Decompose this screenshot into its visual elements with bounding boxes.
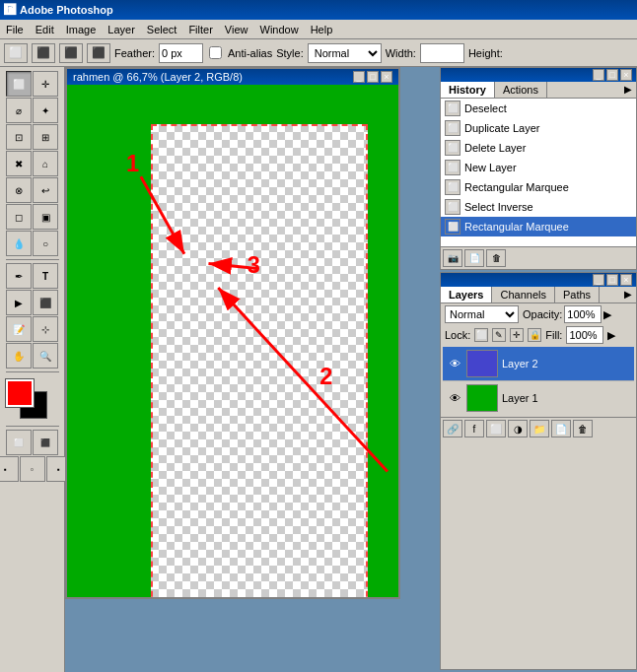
history-close[interactable]: × bbox=[620, 69, 632, 81]
dodge-tool[interactable]: ○ bbox=[33, 231, 58, 256]
menu-help[interactable]: Help bbox=[305, 22, 339, 37]
layers-close[interactable]: × bbox=[620, 274, 632, 286]
lock-all-icon[interactable]: 🔒 bbox=[528, 328, 541, 342]
menu-file[interactable]: File bbox=[0, 22, 30, 37]
history-item-rect2[interactable]: ⬜ Rectangular Marquee bbox=[441, 217, 636, 236]
marquee-shape-btn2[interactable]: ⬛ bbox=[32, 43, 55, 63]
history-item-delete[interactable]: ⬜ Delete Layer bbox=[441, 138, 636, 158]
layer-trash-btn[interactable]: 🗑 bbox=[573, 420, 593, 437]
width-input[interactable] bbox=[420, 43, 464, 63]
menu-filter[interactable]: Filter bbox=[182, 22, 218, 37]
marquee-shape-btn[interactable]: ⬜ bbox=[4, 43, 28, 63]
history-maximize[interactable]: □ bbox=[606, 69, 618, 81]
opacity-arrow[interactable]: ▶ bbox=[603, 308, 611, 321]
foreground-color[interactable] bbox=[6, 379, 34, 407]
blur-tool[interactable]: 💧 bbox=[6, 231, 32, 256]
menu-window[interactable]: Window bbox=[254, 22, 305, 37]
notes-tool[interactable]: 📝 bbox=[6, 316, 32, 342]
history-icon-2: ⬜ bbox=[445, 120, 460, 136]
layers-panel: _ □ × Layers Channels Paths ▶ Normal Mul… bbox=[440, 272, 637, 670]
layers-panel-tabs: Layers Channels Paths ▶ bbox=[441, 287, 636, 303]
blend-mode-select[interactable]: Normal Multiply Screen bbox=[445, 305, 519, 323]
menu-select[interactable]: Select bbox=[141, 22, 183, 37]
canvas-close[interactable]: × bbox=[381, 71, 392, 83]
panel-more-btn[interactable]: ▶ bbox=[620, 82, 636, 98]
history-label-delete: Delete Layer bbox=[464, 142, 526, 154]
layers-maximize[interactable]: □ bbox=[606, 274, 618, 286]
history-trash-btn[interactable]: 🗑 bbox=[486, 249, 506, 267]
history-item-rect1[interactable]: ⬜ Rectangular Marquee bbox=[441, 177, 636, 197]
quick-mask-off[interactable]: ⬜ bbox=[6, 430, 32, 455]
tool-row-screen: ▪ ▫ ▪ bbox=[0, 456, 72, 482]
lock-paint-icon[interactable]: ✎ bbox=[492, 328, 506, 342]
tool-divider-3 bbox=[6, 426, 59, 427]
layer-link-btn[interactable]: 🔗 bbox=[443, 420, 462, 437]
clone-tool[interactable]: ⊗ bbox=[6, 177, 32, 203]
menu-view[interactable]: View bbox=[219, 22, 254, 37]
gradient-tool[interactable]: ▣ bbox=[33, 204, 58, 230]
hand-tool[interactable]: ✋ bbox=[6, 343, 32, 369]
menu-image[interactable]: Image bbox=[60, 22, 103, 37]
marquee-shape-btn4[interactable]: ⬛ bbox=[87, 43, 110, 63]
layer-folder-btn[interactable]: 📁 bbox=[530, 420, 549, 437]
tool-row-11: ✋ 🔍 bbox=[6, 343, 58, 369]
tab-actions[interactable]: Actions bbox=[495, 82, 547, 98]
lock-label: Lock: bbox=[445, 329, 470, 341]
layer-new-btn[interactable]: 📄 bbox=[551, 420, 571, 437]
screen-mode-1[interactable]: ▪ bbox=[0, 456, 19, 482]
text-tool[interactable]: T bbox=[33, 263, 58, 289]
layer-fx-btn[interactable]: f bbox=[464, 420, 484, 437]
canvas-minimize[interactable]: _ bbox=[353, 71, 365, 83]
canvas-maximize[interactable]: □ bbox=[367, 71, 379, 83]
menu-layer[interactable]: Layer bbox=[102, 22, 141, 37]
layer-item-layer1[interactable]: 👁 Layer 1 bbox=[443, 381, 634, 415]
shape-tool[interactable]: ⬛ bbox=[33, 290, 58, 315]
slice-tool[interactable]: ⊞ bbox=[33, 124, 58, 150]
eraser-tool[interactable]: ◻ bbox=[6, 204, 32, 230]
quick-mask-on[interactable]: ⬛ bbox=[33, 430, 58, 455]
path-selection[interactable]: ▶ bbox=[6, 290, 32, 315]
feather-input[interactable] bbox=[159, 43, 203, 63]
tab-history[interactable]: History bbox=[441, 82, 495, 98]
history-snapshot-btn[interactable]: 📷 bbox=[443, 249, 462, 267]
history-item-select-inverse[interactable]: ⬜ Select Inverse bbox=[441, 197, 636, 217]
tab-layers[interactable]: Layers bbox=[441, 287, 492, 302]
marquee-shape-btn3[interactable]: ⬛ bbox=[59, 43, 83, 63]
history-brush[interactable]: ↩ bbox=[33, 177, 58, 203]
zoom-tool[interactable]: 🔍 bbox=[33, 343, 58, 369]
canvas-content: 1 2 3 bbox=[67, 85, 398, 597]
layer-adj-btn[interactable]: ◑ bbox=[508, 420, 528, 437]
screen-mode-2[interactable]: ▫ bbox=[20, 456, 45, 482]
history-minimize[interactable]: _ bbox=[593, 69, 604, 81]
history-label-new: New Layer bbox=[464, 162, 517, 173]
move-tool[interactable]: ✛ bbox=[33, 71, 58, 97]
history-item-new-layer[interactable]: ⬜ New Layer bbox=[441, 158, 636, 177]
opacity-input[interactable] bbox=[564, 305, 602, 323]
layer-mask-btn[interactable]: ⬜ bbox=[486, 420, 506, 437]
tab-paths[interactable]: Paths bbox=[555, 287, 600, 302]
tab-channels[interactable]: Channels bbox=[492, 287, 554, 302]
history-new-doc-btn[interactable]: 📄 bbox=[464, 249, 484, 267]
marquee-tool[interactable]: ⬜ bbox=[6, 71, 32, 97]
layer2-visibility[interactable]: 👁 bbox=[447, 356, 462, 371]
layers-minimize[interactable]: _ bbox=[593, 274, 604, 286]
layers-panel-more[interactable]: ▶ bbox=[620, 287, 636, 302]
lock-transparent-icon[interactable]: ⬜ bbox=[474, 328, 488, 342]
lasso-tool[interactable]: ⌀ bbox=[6, 98, 32, 123]
layer-item-layer2[interactable]: 👁 Layer 2 bbox=[443, 347, 634, 380]
lock-move-icon[interactable]: ✛ bbox=[510, 328, 524, 342]
history-item-duplicate[interactable]: ⬜ Duplicate Layer bbox=[441, 118, 636, 138]
style-select[interactable]: Normal Fixed Aspect Ratio Fixed Size bbox=[308, 43, 382, 63]
eyedropper-tool[interactable]: ⊹ bbox=[33, 316, 58, 342]
brush-tool[interactable]: ⌂ bbox=[33, 151, 58, 176]
layer1-visibility[interactable]: 👁 bbox=[447, 390, 462, 406]
fill-input[interactable] bbox=[566, 326, 603, 344]
fill-arrow[interactable]: ▶ bbox=[607, 329, 615, 342]
history-item-deselect[interactable]: ⬜ Deselect bbox=[441, 99, 636, 118]
magic-wand-tool[interactable]: ✦ bbox=[33, 98, 58, 123]
crop-tool[interactable]: ⊡ bbox=[6, 124, 32, 150]
menu-edit[interactable]: Edit bbox=[30, 22, 60, 37]
pen-tool[interactable]: ✒ bbox=[6, 263, 32, 289]
antialias-checkbox[interactable] bbox=[209, 46, 222, 59]
healing-tool[interactable]: ✖ bbox=[6, 151, 32, 176]
